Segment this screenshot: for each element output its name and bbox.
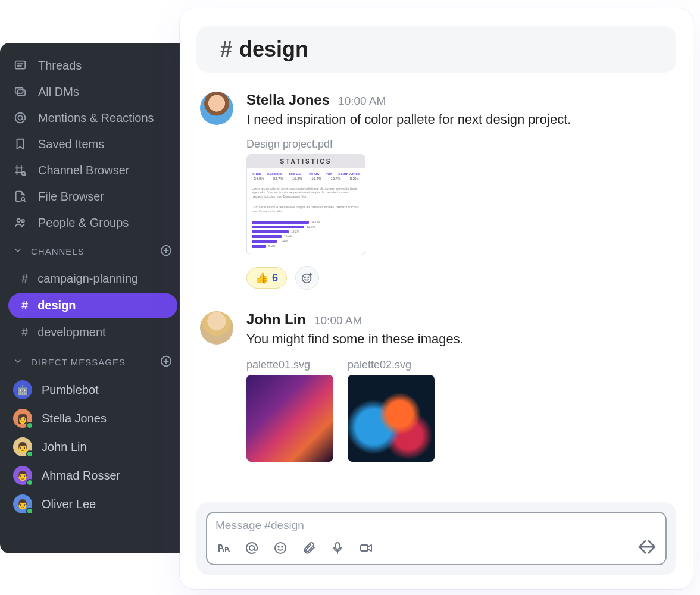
channel-design[interactable]: # design [8,293,177,318]
dm-stella[interactable]: 👩 Stella Jones [0,404,186,433]
people-icon [13,215,27,230]
pdf-attachment[interactable]: STATISTICS India Australia The US The UK… [246,154,365,256]
main-panel: # design Stella Jones 10:00 AM I need in… [180,8,693,589]
message-time: 10:00 AM [314,314,362,327]
nav-label: Threads [38,59,82,73]
svg-point-23 [305,277,305,278]
reaction-thumbs-up[interactable]: 👍 6 [246,267,287,289]
nav-threads[interactable]: Threads [0,52,186,79]
avatar: 👩 [13,409,32,428]
message-input[interactable] [215,519,657,532]
dms-header-label: DIRECT MESSAGES [31,357,126,367]
message-author: Stella Jones [246,92,330,108]
dm-john[interactable]: 👨 John Lin [0,433,186,461]
mention-icon[interactable] [244,540,260,556]
channel-label: design [38,299,76,312]
attach-icon[interactable] [301,540,317,556]
attachment-filename: palette01.svg [246,359,333,371]
pdf-bar-chart: 34.0% 32.7% 19.2% 15.4% 13.4% 8.2% [247,217,365,255]
message-text: I need inspiration of color pallete for … [246,111,673,129]
avatar: 👨 [13,466,32,485]
reaction-count: 6 [272,272,278,284]
channel-title-bar: # design [196,26,676,73]
channel-label: campaign-planning [38,272,138,286]
nav-label: Saved Items [38,137,104,151]
dm-label: Pumblebot [42,383,99,397]
svg-point-14 [17,219,21,223]
microphone-icon[interactable] [330,540,345,556]
hash-icon: # [220,37,232,62]
svg-rect-0 [15,61,26,69]
nav-label: People & Groups [38,216,129,230]
message-list: Stella Jones 10:00 AM I need inspiration… [196,73,676,502]
svg-point-30 [282,546,283,547]
pdf-body-text: Cum sociis natoque penatibus et magnis d… [247,202,365,217]
channels-header-label: CHANNELS [31,246,85,256]
nav-label: Mentions & Reactions [38,111,154,125]
thumbs-up-icon: 👍 [255,271,268,284]
svg-point-28 [275,543,286,553]
channel-browser-icon [13,163,27,177]
svg-rect-33 [361,545,368,551]
svg-line-11 [24,174,26,176]
svg-marker-34 [368,545,371,551]
svg-line-36 [639,541,645,547]
add-dm-button[interactable] [160,355,173,369]
image-attachment[interactable] [246,375,333,462]
format-icon[interactable] [215,540,231,556]
pdf-columns: India Australia The US The UK Iran South… [247,168,365,177]
dm-label: John Lin [42,440,87,454]
pdf-title: STATISTICS [247,155,365,168]
nav-label: All DMs [38,85,79,99]
svg-point-22 [302,274,311,283]
channels-header: CHANNELS [0,236,186,265]
avatar [200,311,233,345]
channel-development[interactable]: # development [8,320,177,345]
image-attachment[interactable] [348,375,435,462]
avatar: 🤖 [13,380,32,399]
emoji-icon[interactable] [273,540,288,556]
composer [206,512,667,565]
attachment-filename: palette02.svg [348,359,435,371]
nav-saved[interactable]: Saved Items [0,131,186,157]
nav-label: File Browser [38,190,104,203]
svg-point-15 [21,220,24,223]
dm-ahmad[interactable]: 👨 Ahmad Rosser [0,461,186,490]
add-channel-button[interactable] [160,244,173,259]
send-button[interactable] [637,537,657,559]
svg-point-29 [278,546,279,547]
channel-campaign-planning[interactable]: # campaign-planning [8,266,177,292]
svg-point-24 [308,277,308,278]
hash-icon: # [21,299,28,312]
nav-all-dms[interactable]: All DMs [0,79,186,105]
avatar [200,92,233,125]
add-reaction-button[interactable] [295,266,319,290]
channel-name: design [239,37,308,62]
message-text: You might find some in these images. [246,330,673,348]
bookmark-icon [13,137,27,151]
dms-icon [13,84,27,99]
file-browser-icon [13,189,27,203]
avatar: 👨 [13,494,32,513]
nav-mentions[interactable]: Mentions & Reactions [0,105,186,131]
dm-label: Ahmad Rosser [42,469,120,483]
pdf-body-text: Lorem ipsum dolor sit amet, consectetur … [247,183,365,202]
sidebar: Threads All DMs Mentions & Reactions Sav… [0,43,186,553]
pdf-values: 34.0% 32.7% 19.2% 15.4% 13.4% 8.2% [247,177,365,183]
nav-channel-browser[interactable]: Channel Browser [0,157,186,183]
reactions: 👍 6 [246,266,673,290]
dm-label: Stella Jones [42,412,107,425]
nav-people[interactable]: People & Groups [0,209,186,236]
dm-label: Oliver Lee [42,497,96,511]
channel-label: development [38,325,106,339]
video-icon[interactable] [358,540,374,556]
threads-icon [13,58,27,73]
message-author: John Lin [246,311,306,328]
dm-oliver[interactable]: 👨 Oliver Lee [0,490,186,518]
chevron-down-icon[interactable] [13,356,23,368]
nav-file-browser[interactable]: File Browser [0,183,186,209]
composer-area [196,502,676,575]
chevron-down-icon[interactable] [13,246,23,257]
dm-pumblebot[interactable]: 🤖 Pumblebot [0,375,186,404]
avatar: 👨 [13,437,32,456]
